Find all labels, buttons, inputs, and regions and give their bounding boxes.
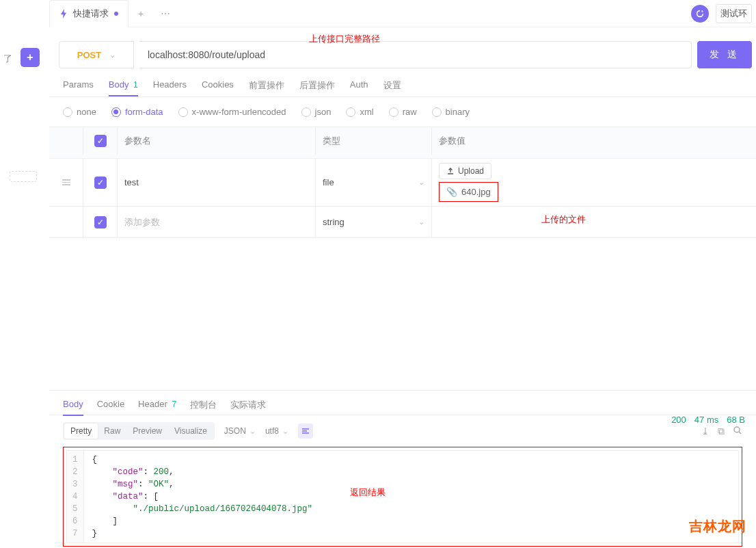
annotation-result: 返回结果 xyxy=(350,486,386,499)
row-check: ✓ xyxy=(83,207,118,237)
chevron-down-icon: ⌄ xyxy=(418,178,424,187)
radio-none-label: none xyxy=(77,107,96,117)
encoding-label: utf8 xyxy=(265,426,279,436)
url-input[interactable] xyxy=(148,49,683,60)
resp-tab-header[interactable]: Header 7 xyxy=(138,399,176,415)
annotation-result-box: 1234567 { "code": 200, "msg": "OK", "dat… xyxy=(63,447,742,547)
status-code: 200 xyxy=(671,415,686,425)
row-name: test xyxy=(124,177,139,187)
row-handle[interactable] xyxy=(49,159,83,206)
radio-form-data-label: form-data xyxy=(125,107,163,117)
row-check: ✓ xyxy=(83,159,118,206)
method-text: POST xyxy=(77,50,101,60)
subtab-auth[interactable]: Auth xyxy=(350,79,368,95)
row-value-cell: Upload 📎 640.jpg xyxy=(432,159,756,206)
upload-icon xyxy=(446,167,455,175)
format-code-button[interactable] xyxy=(298,423,313,439)
subtab-cookies[interactable]: Cookies xyxy=(202,79,234,95)
request-subtabs: Params Body 1 Headers Cookies 前置操作 后置操作 … xyxy=(49,75,756,97)
row-type-cell[interactable]: file ⌄ xyxy=(316,159,432,206)
refresh-button[interactable] xyxy=(691,5,709,23)
chevron-down-icon: ⌄ xyxy=(282,427,288,436)
line-gutter: 1234567 xyxy=(67,451,84,543)
resp-tab-actual[interactable]: 实际请求 xyxy=(230,399,266,417)
tab-more-button[interactable]: ⋯ xyxy=(153,8,178,19)
format-selector[interactable]: JSON ⌄ xyxy=(224,426,256,436)
mode-raw[interactable]: Raw xyxy=(98,423,126,439)
header-value: 参数值 xyxy=(432,127,756,155)
row-checkbox[interactable]: ✓ xyxy=(94,177,107,189)
add-button[interactable]: + xyxy=(21,48,40,67)
resp-tab-console[interactable]: 控制台 xyxy=(190,399,217,417)
radio-form-data[interactable]: form-data xyxy=(111,107,163,117)
top-right-tools: 测试环 xyxy=(691,4,756,23)
left-sidebar-strip: 了 + xyxy=(0,0,49,548)
tabs-bar: 快捷请求 + ⋯ 测试环 xyxy=(49,0,756,27)
header-check: ✓ xyxy=(83,127,118,155)
subtab-post[interactable]: 后置操作 xyxy=(299,79,335,97)
row-name-placeholder: 添加参数 xyxy=(124,216,160,229)
tab-quick-request[interactable]: 快捷请求 xyxy=(49,0,129,27)
chevron-down-icon: ⌄ xyxy=(109,51,116,60)
main-area: 快捷请求 + ⋯ 测试环 上传接口完整路径 POST ⌄ 发 送 Params … xyxy=(49,0,756,548)
resp-tab-cookie[interactable]: Cookie xyxy=(97,399,124,415)
code-area[interactable]: 1234567 { "code": 200, "msg": "OK", "dat… xyxy=(66,450,739,543)
drag-icon xyxy=(62,179,70,185)
row-handle xyxy=(49,207,83,237)
row-checkbox[interactable]: ✓ xyxy=(94,216,107,229)
radio-json-label: json xyxy=(315,107,332,117)
upload-button[interactable]: Upload xyxy=(439,163,491,179)
code-content: { "code": 200, "msg": "OK", "data": [ ".… xyxy=(84,451,321,543)
new-tab-button[interactable]: + xyxy=(129,8,153,19)
encoding-selector[interactable]: utf8 ⌄ xyxy=(265,426,288,436)
mode-pretty[interactable]: Pretty xyxy=(64,423,98,439)
row-type-cell[interactable]: string ⌄ xyxy=(316,207,432,237)
row-value-cell[interactable] xyxy=(432,207,756,237)
subtab-headers[interactable]: Headers xyxy=(153,79,187,95)
subtab-params[interactable]: Params xyxy=(63,79,94,95)
format-label: JSON xyxy=(224,426,246,436)
params-table: ✓ 参数名 类型 参数值 ✓ test file ⌄ xyxy=(49,127,756,238)
status-time: 47 ms xyxy=(694,415,718,425)
header-checkbox[interactable]: ✓ xyxy=(94,135,107,147)
resp-tab-body[interactable]: Body xyxy=(63,399,83,416)
mode-visualize[interactable]: Visualize xyxy=(168,423,213,439)
uploaded-file-chip[interactable]: 📎 640.jpg xyxy=(439,182,498,202)
radio-urlencoded-label: x-www-form-urlencoded xyxy=(192,107,286,117)
radio-xml[interactable]: xml xyxy=(346,107,373,117)
row-name-cell[interactable]: test xyxy=(118,159,316,206)
subtab-body-label: Body xyxy=(109,79,129,90)
upload-label: Upload xyxy=(458,166,484,176)
radio-json[interactable]: json xyxy=(301,107,332,117)
radio-none[interactable]: none xyxy=(63,107,96,117)
radio-binary-label: binary xyxy=(446,107,470,117)
subtab-body[interactable]: Body 1 xyxy=(109,79,138,96)
radio-raw-label: raw xyxy=(403,107,417,117)
response-body: 1234567 { "code": 200, "msg": "OK", "dat… xyxy=(49,447,756,547)
method-selector[interactable]: POST ⌄ xyxy=(59,41,134,68)
send-button[interactable]: 发 送 xyxy=(697,41,752,68)
response-tabs: Body Cookie Header 7 控制台 实际请求 xyxy=(49,391,756,415)
unsaved-dot-icon xyxy=(114,12,118,16)
env-selector[interactable]: 测试环 xyxy=(716,4,752,23)
url-row: POST ⌄ 发 送 xyxy=(49,27,756,75)
paperclip-icon: 📎 xyxy=(446,187,457,197)
chevron-down-icon: ⌄ xyxy=(418,218,424,226)
chevron-down-icon: ⌄ xyxy=(249,427,256,436)
body-count-badge: 1 xyxy=(133,80,138,90)
drop-placeholder xyxy=(10,171,37,182)
radio-raw[interactable]: raw xyxy=(389,107,417,117)
mode-preview[interactable]: Preview xyxy=(126,423,168,439)
row-type: file xyxy=(323,177,334,187)
watermark: 吉林龙网 xyxy=(689,517,746,536)
subtab-pre[interactable]: 前置操作 xyxy=(249,79,284,97)
radio-urlencoded[interactable]: x-www-form-urlencoded xyxy=(178,107,286,117)
header-count: 7 xyxy=(172,400,176,409)
subtab-settings[interactable]: 设置 xyxy=(383,79,401,97)
radio-binary[interactable]: binary xyxy=(432,107,470,117)
header-name: 参数名 xyxy=(118,127,316,155)
row-type: string xyxy=(323,217,345,227)
file-name: 640.jpg xyxy=(461,187,491,197)
table-row: ✓ 添加参数 string ⌄ xyxy=(49,207,756,238)
row-name-cell[interactable]: 添加参数 xyxy=(118,207,316,237)
